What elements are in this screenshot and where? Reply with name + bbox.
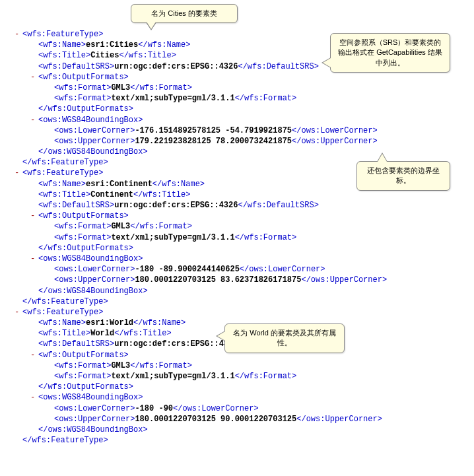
xml-tag: </wfs:FeatureType> <box>22 297 108 306</box>
collapse-dash: - <box>15 29 22 40</box>
xml-tag: <ows:WGS84BoundingBox> <box>38 393 143 402</box>
xml-value: urn:ogc:def:crs:EPSG::4326 <box>114 201 238 210</box>
xml-line: <ows:LowerCorner>-180 -89.9000244140625<… <box>7 264 467 275</box>
xml-line: <ows:UpperCorner>180.0001220703125 83.62… <box>7 275 467 285</box>
xml-tag: <ows:LowerCorner> <box>54 126 135 135</box>
xml-tag: </wfs:Format> <box>235 233 297 242</box>
xml-tag: </wfs:FeatureType> <box>22 158 108 167</box>
collapse-dash: - <box>30 115 38 125</box>
xml-value: -176.1514892578125 -54.7919921875 <box>135 126 292 135</box>
xml-line: - <ows:WGS84BoundingBox> <box>7 254 467 264</box>
xml-tag: <wfs:Name> <box>38 40 86 50</box>
xml-line: <ows:UpperCorner>179.221923828125 78.200… <box>7 136 467 147</box>
xml-tag: </wfs:DefaultSRS> <box>238 62 318 71</box>
xml-value: Continent <box>90 190 133 199</box>
xml-tag: <ows:WGS84BoundingBox> <box>38 254 143 263</box>
callout-world: 名为 World 的要素类及其所有属性。 <box>224 323 345 353</box>
callout-text: 名为 World 的要素类及其所有属性。 <box>233 329 336 347</box>
xml-value: GML3 <box>111 361 130 370</box>
callout-text: 名为 Cities 的要素类 <box>151 9 217 17</box>
xml-value: text/xml;subType=gml/3.1.1 <box>111 94 234 103</box>
xml-value: text/xml;subType=gml/3.1.1 <box>111 372 234 381</box>
xml-tag: <wfs:Title> <box>38 190 90 199</box>
xml-line: <wfs:Format>GML3</wfs:Format> <box>7 83 467 93</box>
xml-value: Cities <box>90 51 119 60</box>
xml-tag: </ows:LowerCorner> <box>292 126 378 135</box>
xml-line: <ows:LowerCorner>-180 -90</ows:LowerCorn… <box>7 403 467 414</box>
xml-tag: <wfs:FeatureType> <box>22 30 103 39</box>
xml-tag: <wfs:FeatureType> <box>22 168 103 178</box>
xml-tag: </ows:UpperCorner> <box>296 415 382 424</box>
xml-tag: </wfs:Title> <box>119 51 176 60</box>
xml-line: <wfs:Format>GML3</wfs:Format> <box>7 221 467 232</box>
xml-value: GML3 <box>111 222 130 231</box>
xml-value: World <box>90 329 114 338</box>
xml-tag: <wfs:OutputFormats> <box>38 73 129 82</box>
xml-line: </wfs:OutputFormats> <box>7 382 467 392</box>
xml-tag: </wfs:OutputFormats> <box>38 382 133 391</box>
xml-tag: <wfs:Format> <box>54 222 111 231</box>
xml-tag: </ows:WGS84BoundingBox> <box>38 287 148 296</box>
xml-line: </wfs:OutputFormats> <box>7 104 467 114</box>
xml-tag: <ows:LowerCorner> <box>54 265 135 274</box>
xml-tag: </ows:UpperCorner> <box>301 275 387 285</box>
xml-line: - <wfs:FeatureType> <box>7 307 467 318</box>
xml-value: 180.0001220703125 83.62371826171875 <box>135 275 301 285</box>
collapse-dash: - <box>30 392 38 403</box>
xml-tag: <ows:UpperCorner> <box>54 275 135 285</box>
xml-tag: </ows:UpperCorner> <box>292 137 378 146</box>
xml-tag: </wfs:Title> <box>133 190 190 199</box>
collapse-dash: - <box>15 168 22 178</box>
xml-tag: <wfs:FeatureType> <box>22 308 103 317</box>
xml-line: </ows:WGS84BoundingBox> <box>7 425 467 435</box>
callout-srs-output: 空间参照系（SRS）和要素类的输出格式在 GetCapabilities 结果中… <box>330 33 450 73</box>
callout-cities: 名为 Cities 的要素类 <box>131 4 238 23</box>
xml-tag: </wfs:Name> <box>133 318 186 327</box>
xml-tag: <wfs:OutputFormats> <box>38 211 129 221</box>
xml-tag: <ows:LowerCorner> <box>54 404 135 413</box>
xml-line: </wfs:FeatureType> <box>7 296 467 307</box>
xml-value: 179.221923828125 78.2000732421875 <box>135 137 292 146</box>
xml-line: - <wfs:OutputFormats> <box>7 211 467 221</box>
xml-value: GML3 <box>111 83 130 92</box>
xml-tag: <ows:UpperCorner> <box>54 137 135 146</box>
xml-tag: <wfs:Title> <box>38 329 90 338</box>
xml-tag: </wfs:FeatureType> <box>22 436 108 445</box>
xml-line: <wfs:Format>text/xml;subType=gml/3.1.1</… <box>7 371 467 382</box>
xml-line: <ows:UpperCorner>180.0001220703125 90.00… <box>7 414 467 425</box>
callout-text: 还包含要素类的边界坐标。 <box>367 166 440 184</box>
xml-tag: <wfs:Format> <box>54 233 111 242</box>
xml-value: esri:Cities <box>86 40 138 50</box>
xml-tag: <wfs:DefaultSRS> <box>38 62 114 71</box>
xml-tag: </wfs:OutputFormats> <box>38 104 133 114</box>
xml-tag: <wfs:Format> <box>54 94 111 103</box>
xml-tag: <ows:UpperCorner> <box>54 415 135 424</box>
xml-line: <wfs:DefaultSRS>urn:ogc:def:crs:EPSG::43… <box>7 200 467 211</box>
xml-listing: - <wfs:FeatureType><wfs:Name>esri:Cities… <box>7 29 467 446</box>
xml-tag: <wfs:Format> <box>54 83 111 92</box>
xml-tag: </ows:WGS84BoundingBox> <box>38 425 148 434</box>
xml-tag: </wfs:Format> <box>130 83 192 92</box>
xml-line: </ows:WGS84BoundingBox> <box>7 147 467 157</box>
collapse-dash: - <box>30 254 38 264</box>
collapse-dash: - <box>30 211 38 221</box>
collapse-dash: - <box>30 72 38 83</box>
callout-text: 空间参照系（SRS）和要素类的输出格式在 GetCapabilities 结果中… <box>338 38 442 67</box>
xml-tag: </wfs:Name> <box>152 180 205 189</box>
xml-value: -180 -89.9000244140625 <box>135 265 239 274</box>
xml-tag: </wfs:Title> <box>114 329 171 338</box>
xml-value: 180.0001220703125 90.0001220703125 <box>135 415 296 424</box>
xml-tag: <wfs:OutputFormats> <box>38 351 129 360</box>
xml-tag: <wfs:Format> <box>54 361 111 370</box>
xml-tag: </wfs:Format> <box>130 361 192 370</box>
callout-bbox: 还包含要素类的边界坐标。 <box>356 161 450 191</box>
xml-tag: </ows:LowerCorner> <box>240 265 325 274</box>
collapse-dash: - <box>15 307 22 318</box>
xml-tag: <wfs:DefaultSRS> <box>38 201 114 210</box>
xml-line: - <ows:WGS84BoundingBox> <box>7 392 467 403</box>
xml-tag: <wfs:Name> <box>38 180 86 189</box>
xml-line: </wfs:OutputFormats> <box>7 243 467 254</box>
xml-line: <wfs:Title>Continent</wfs:Title> <box>7 189 467 200</box>
xml-tag: </wfs:Format> <box>130 222 192 231</box>
xml-tag: </wfs:OutputFormats> <box>38 244 133 253</box>
